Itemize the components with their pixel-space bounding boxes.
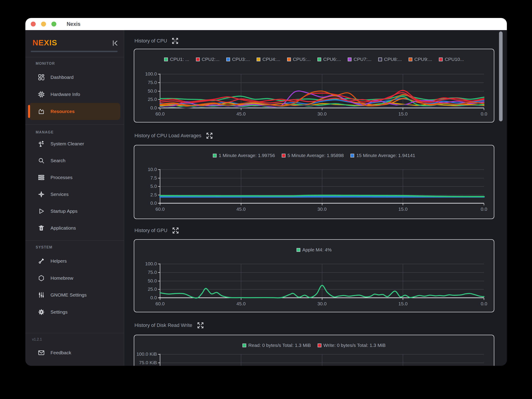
zoom-button[interactable] <box>51 22 56 26</box>
y-tick <box>158 186 160 187</box>
y-tick <box>158 281 160 281</box>
legend-swatch <box>287 58 291 61</box>
chart-header-load: History of CPU Load Averages <box>134 131 213 140</box>
legend-swatch <box>164 58 168 61</box>
chart-series <box>160 264 484 298</box>
hexagon-icon <box>38 275 45 282</box>
expand-chart-button[interactable] <box>197 322 204 329</box>
x-tick-label: 60.0 <box>156 111 165 117</box>
expand-chart-button[interactable] <box>172 227 179 234</box>
chart-plot[interactable] <box>160 170 484 203</box>
y-tick <box>158 83 160 83</box>
legend-label: Write: 0 bytes/s Total: 1.3 MiB <box>323 343 386 348</box>
sidebar-item-label: Helpers <box>51 258 67 264</box>
legend-label: CPU7:... <box>354 57 371 62</box>
chart-plot[interactable] <box>160 74 484 108</box>
sidebar-item-gnome-settings[interactable]: GNOME Settings <box>29 286 120 303</box>
search-icon <box>38 157 45 164</box>
sidebar-item-homebrew[interactable]: Homebrew <box>29 270 120 287</box>
y-tick <box>158 99 160 100</box>
legend-item[interactable]: CPU8:... <box>378 57 402 62</box>
legend-item[interactable]: CPU6:... <box>317 57 341 62</box>
legend-swatch <box>439 58 443 61</box>
legend-item[interactable]: CPU9:... <box>409 57 432 62</box>
scrollbar-thumb[interactable] <box>499 32 503 121</box>
sidebar-item-search[interactable]: Search <box>29 152 120 169</box>
window-title: Nexis <box>67 21 80 27</box>
legend-item[interactable]: 1 Minute Average: 1.99756 <box>213 153 275 158</box>
section-label-monitor: MONITOR <box>36 62 55 66</box>
x-tick-label: 15.0 <box>399 206 408 212</box>
sidebar-item-services[interactable]: Services <box>29 186 120 203</box>
legend-label: CPU10... <box>445 57 464 62</box>
expand-chart-button[interactable] <box>206 132 213 139</box>
chart-title: History of CPU <box>134 38 167 44</box>
sidebar-item-processes[interactable]: Processes <box>29 169 120 186</box>
sidebar-item-resources[interactable]: Resources <box>29 103 120 120</box>
sidebar-item-dashboard[interactable]: Dashboard <box>29 69 120 86</box>
legend-label: Read: 0 bytes/s Total: 1.3 MiB <box>248 343 311 348</box>
x-tick-label: 0.0 <box>481 301 487 306</box>
legend-item[interactable]: CPU7:... <box>348 57 371 62</box>
expand-chart-button[interactable] <box>171 37 179 45</box>
x-tick <box>484 108 484 110</box>
x-tick <box>484 203 484 205</box>
legend-item[interactable]: 15 Minute Average: 1.94141 <box>350 153 415 158</box>
sidebar-item-applications[interactable]: Applications <box>29 219 120 237</box>
legend-item[interactable]: CPU1: ... <box>164 57 189 62</box>
legend-item[interactable]: CPU4:... <box>257 57 280 62</box>
gear-icon <box>38 309 45 315</box>
x-tick-label: 60.0 <box>156 301 165 306</box>
disk-history-card: Read: 0 bytes/s Total: 1.3 MiBWrite: 0 b… <box>134 335 494 366</box>
sliders-icon <box>38 292 45 298</box>
legend-item[interactable]: Apple M4: 4% <box>297 247 332 252</box>
x-tick-label: 0.0 <box>481 206 487 212</box>
legend-label: CPU4:... <box>262 57 280 62</box>
legend-swatch <box>318 343 322 347</box>
sidebar-item-label: Homebrew <box>51 276 73 281</box>
legend-item[interactable]: CPU3:... <box>226 57 250 62</box>
legend-item[interactable]: Write: 0 bytes/s Total: 1.3 MiB <box>318 343 386 348</box>
x-tick-label: 45.0 <box>236 111 246 117</box>
y-tick-label: 100.0 <box>134 71 157 77</box>
legend-item[interactable]: Read: 0 bytes/s Total: 1.3 MiB <box>242 343 311 348</box>
y-tick-label: 75.0 <box>134 80 157 85</box>
sidebar-item-settings[interactable]: Settings <box>29 303 120 321</box>
minimize-button[interactable] <box>41 22 46 26</box>
sidebar-item-label: Processes <box>51 175 72 180</box>
legend-item[interactable]: CPU5:... <box>287 57 311 62</box>
app-logo: NEXIS <box>32 38 57 47</box>
close-button[interactable] <box>31 22 36 26</box>
envelope-icon <box>38 349 45 356</box>
x-tick <box>160 298 160 300</box>
sidebar-item-feedback[interactable]: Feedback <box>29 344 120 361</box>
legend-swatch <box>378 58 382 61</box>
legend-item[interactable]: CPU2:... <box>196 57 220 62</box>
y-tick-label: 50.0 <box>134 278 157 283</box>
chart-plot[interactable] <box>160 264 484 298</box>
sidebar-item-system-cleaner[interactable]: System Cleaner <box>29 135 120 152</box>
legend-label: 5 Minute Average: 1.95898 <box>288 153 344 158</box>
section-label-manage: MANAGE <box>36 130 54 134</box>
play-icon <box>38 208 45 215</box>
sidebar-item-label: Services <box>51 192 69 197</box>
y-tick-label: 10.0 <box>134 167 157 172</box>
main-content: History of CPU CPU1: ...CPU2:...CPU3:...… <box>124 30 507 366</box>
chart-plot[interactable] <box>160 354 484 366</box>
y-tick <box>158 354 160 354</box>
legend-swatch <box>213 154 217 157</box>
sidebar-item-helpers[interactable]: Helpers <box>29 252 120 270</box>
sidebar-item-hardware-info[interactable]: Hardware Info <box>29 86 120 103</box>
expand-icon <box>197 322 204 329</box>
sidebar-item-label: GNOME Settings <box>51 292 87 298</box>
legend-swatch <box>282 154 285 157</box>
y-tick <box>158 272 160 273</box>
y-tick <box>158 74 160 74</box>
legend-item[interactable]: CPU10... <box>439 57 464 62</box>
sidebar-item-startup-apps[interactable]: Startup Apps <box>29 203 120 220</box>
sidebar-collapse-button[interactable] <box>112 39 119 47</box>
legend-item[interactable]: 5 Minute Average: 1.95898 <box>282 153 344 158</box>
legend-swatch <box>196 58 200 61</box>
x-tick-label: 45.0 <box>236 206 246 212</box>
chart-title: History of GPU <box>134 228 167 233</box>
